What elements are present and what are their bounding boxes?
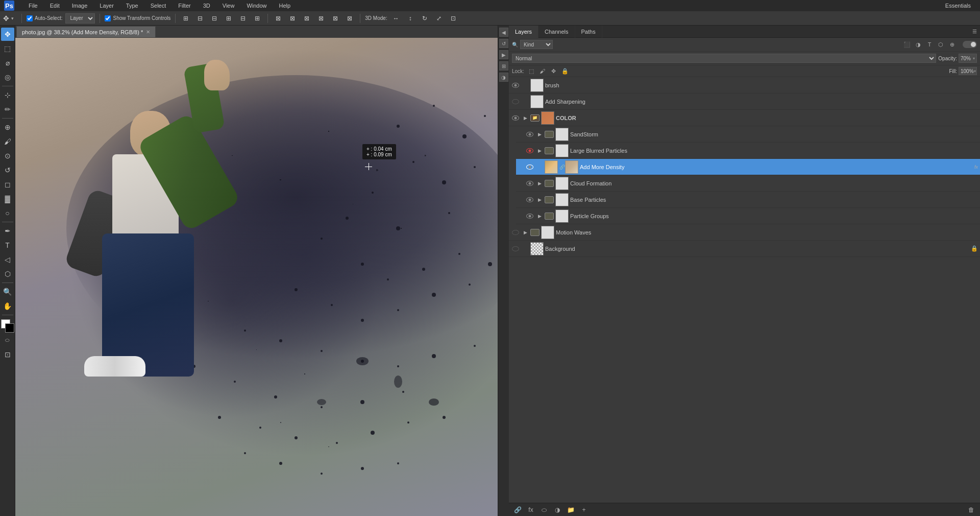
quick-mask-btn[interactable]: ⬭ — [1, 334, 14, 347]
visibility-base-particles[interactable] — [525, 195, 534, 204]
panel-history-btn[interactable]: ↺ — [499, 39, 508, 48]
align-center-v-btn[interactable]: ⊟ — [237, 13, 249, 24]
distribute-3-btn[interactable]: ⊠ — [301, 13, 312, 24]
lasso-tool-btn[interactable]: ⌀ — [1, 56, 14, 69]
distribute-6-btn[interactable]: ⊠ — [344, 13, 355, 24]
panel-menu-btn[interactable]: ☰ — [972, 29, 977, 34]
visibility-background[interactable] — [511, 244, 520, 253]
panel-actions-btn[interactable]: ▶ — [499, 50, 508, 59]
fill-value-display[interactable]: 100% ▾ — [959, 67, 977, 75]
expand-sandstorm[interactable]: ▶ — [536, 131, 543, 138]
blend-mode-select[interactable]: Normal Multiply Screen Overlay Soft Ligh… — [512, 54, 936, 63]
visibility-particle-groups[interactable] — [525, 212, 534, 221]
filter-toggle[interactable] — [963, 41, 977, 48]
hand-btn[interactable]: ✋ — [1, 299, 14, 313]
layer-motion-waves[interactable]: ▶ Motion Waves — [509, 224, 980, 241]
layer-particle-groups[interactable]: ▶ Particle Groups — [516, 208, 980, 224]
layer-brush[interactable]: brush — [509, 77, 980, 93]
tab-close-btn[interactable]: ✕ — [146, 29, 150, 35]
lock-all-btn[interactable]: 🔒 — [561, 67, 569, 75]
menu-3d[interactable]: 3D — [201, 2, 212, 10]
pen-btn[interactable]: ✒ — [1, 224, 14, 238]
filter-smart-btn[interactable]: ⊕ — [947, 40, 957, 49]
visibility-cloud-formation[interactable] — [525, 179, 534, 188]
align-center-h-btn[interactable]: ⊟ — [194, 13, 206, 24]
menu-window[interactable]: Window — [244, 2, 268, 10]
distribute-2-btn[interactable]: ⊠ — [287, 13, 298, 24]
color-swatches[interactable] — [1, 319, 14, 333]
document-tab[interactable]: photo.jpg @ 38.2% (Add More Density, RGB… — [16, 26, 156, 37]
group-layer-btn[interactable]: 📁 — [565, 505, 576, 515]
photo-canvas[interactable]: + : 0.04 cm + : 0.09 cm — [15, 38, 498, 516]
stamp-btn[interactable]: ⊙ — [1, 149, 14, 162]
eyedropper-btn[interactable]: ✏ — [1, 103, 14, 116]
move-tool-btn[interactable]: ✥ — [1, 28, 14, 41]
shape-btn[interactable]: ⬡ — [1, 267, 14, 280]
panel-adj-btn[interactable]: ◑ — [499, 73, 508, 82]
3d-mode-btn5[interactable]: ⊡ — [448, 13, 459, 24]
tab-layers[interactable]: Layers — [509, 26, 538, 38]
screen-mode-btn[interactable]: ⊡ — [1, 348, 14, 361]
tab-channels[interactable]: Channels — [538, 26, 575, 38]
distribute-5-btn[interactable]: ⊠ — [330, 13, 341, 24]
healing-btn[interactable]: ⊕ — [1, 121, 14, 134]
distribute-4-btn[interactable]: ⊠ — [315, 13, 327, 24]
layer-add-sharpening[interactable]: Add Sharpening — [509, 93, 980, 110]
tab-paths[interactable]: Paths — [575, 26, 602, 38]
crop-tool-btn[interactable]: ⊹ — [1, 88, 14, 102]
visibility-add-more-density[interactable] — [525, 162, 534, 172]
layer-add-more-density[interactable]: 🔗 Add More Density fx — [516, 159, 980, 175]
menu-layer[interactable]: Layer — [97, 2, 116, 10]
marquee-tool-btn[interactable]: ⬚ — [1, 42, 14, 55]
new-layer-btn[interactable]: + — [578, 505, 590, 515]
align-right-btn[interactable]: ⊟ — [209, 13, 220, 24]
align-left-btn[interactable]: ⊞ — [180, 13, 191, 24]
auto-select-type[interactable]: Layer Group — [65, 13, 95, 24]
align-top-btn[interactable]: ⊞ — [223, 13, 234, 24]
delete-layer-btn[interactable]: 🗑 — [966, 505, 977, 515]
filter-type-btn[interactable]: T — [925, 40, 934, 49]
visibility-color[interactable] — [511, 113, 520, 123]
canvas-wrapper[interactable]: + : 0.04 cm + : 0.09 cm — [15, 38, 498, 516]
text-btn[interactable]: T — [1, 239, 14, 252]
expand-particle-groups[interactable]: ▶ — [536, 213, 543, 220]
expand-motion-waves[interactable]: ▶ — [522, 229, 529, 236]
path-select-btn[interactable]: ◁ — [1, 253, 14, 266]
menu-view[interactable]: View — [220, 2, 237, 10]
expand-color[interactable]: ▶ — [522, 114, 529, 122]
gradient-btn[interactable]: ▓ — [1, 192, 14, 205]
expand-large-blurred[interactable]: ▶ — [536, 147, 543, 154]
3d-mode-btn4[interactable]: ⤢ — [433, 13, 445, 24]
layer-color-group[interactable]: ▶ 📁 COLOR — [509, 110, 980, 126]
menu-edit[interactable]: Edit — [48, 2, 62, 10]
visibility-brush[interactable] — [511, 81, 520, 90]
visibility-motion-waves[interactable] — [511, 228, 520, 237]
history-brush-btn[interactable]: ↺ — [1, 163, 14, 177]
layer-sandstorm[interactable]: ▶ SandStorm — [516, 126, 980, 143]
lock-position-btn[interactable]: ✥ — [550, 67, 558, 75]
3d-mode-btn1[interactable]: ↔ — [390, 13, 402, 24]
menu-image[interactable]: Image — [70, 2, 90, 10]
visibility-large-blurred[interactable] — [525, 146, 534, 155]
filter-adjustment-btn[interactable]: ◑ — [914, 40, 923, 49]
layer-mask-btn[interactable]: ⬭ — [538, 505, 550, 515]
visibility-sandstorm[interactable] — [525, 130, 534, 139]
lock-transparent-btn[interactable]: ⬚ — [527, 67, 535, 75]
filter-pixel-btn[interactable]: ⬛ — [902, 40, 912, 49]
link-layers-btn[interactable]: 🔗 — [512, 505, 523, 515]
adjustment-layer-btn[interactable]: ◑ — [552, 505, 563, 515]
eraser-btn[interactable]: ◻ — [1, 178, 14, 191]
dodge-btn[interactable]: ○ — [1, 206, 14, 220]
layer-cloud-formation[interactable]: ▶ Cloud Formation — [516, 175, 980, 192]
layer-background[interactable]: Background 🔒 — [509, 241, 980, 257]
expand-cloud-formation[interactable]: ▶ — [536, 180, 543, 187]
zoom-btn[interactable]: 🔍 — [1, 285, 14, 298]
menu-filter[interactable]: Filter — [176, 2, 192, 10]
brush-btn[interactable]: 🖌 — [1, 135, 14, 148]
panel-expand-btn[interactable]: ◀ — [499, 28, 508, 37]
show-transform-checkbox[interactable] — [105, 15, 111, 21]
distribute-1-btn[interactable]: ⊠ — [273, 13, 284, 24]
layer-large-blurred[interactable]: ▶ Large Blurred Particles — [516, 143, 980, 159]
lock-image-btn[interactable]: 🖌 — [538, 67, 547, 75]
3d-mode-btn2[interactable]: ↕ — [405, 13, 416, 24]
